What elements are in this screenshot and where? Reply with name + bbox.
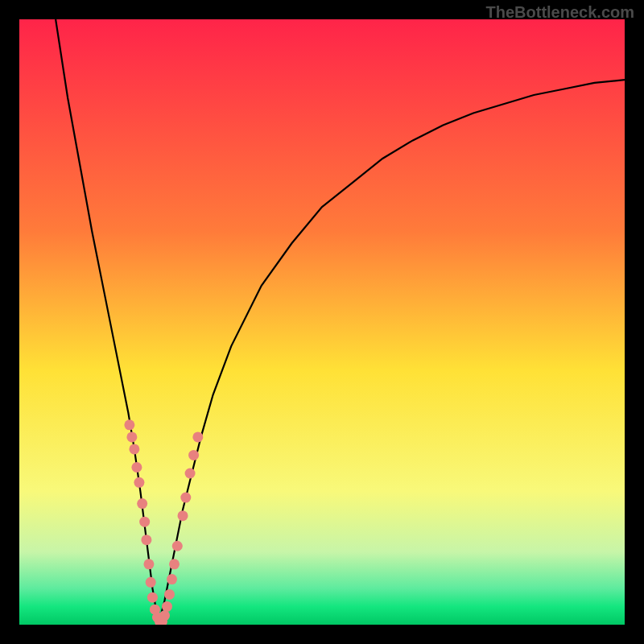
data-marker [185,469,196,479]
data-marker [164,589,175,600]
data-marker [192,431,203,442]
data-marker [124,419,134,430]
data-marker [141,535,151,545]
watermark-text: TheBottleneck.com [486,3,634,22]
data-marker [178,510,188,521]
data-marker [134,477,144,488]
data-marker [188,450,199,460]
data-marker [172,541,183,551]
data-marker [131,462,142,473]
data-marker [167,574,177,584]
data-marker [162,601,172,612]
data-marker [143,559,154,569]
data-marker [147,592,158,603]
data-marker [159,610,170,621]
data-marker [126,431,137,442]
chart-svg [19,19,625,625]
data-marker [139,517,150,527]
data-marker [180,493,191,503]
data-marker [137,498,147,509]
data-marker [146,577,156,588]
data-marker [129,444,139,454]
bottleneck-chart [19,19,625,625]
data-marker [169,559,180,569]
